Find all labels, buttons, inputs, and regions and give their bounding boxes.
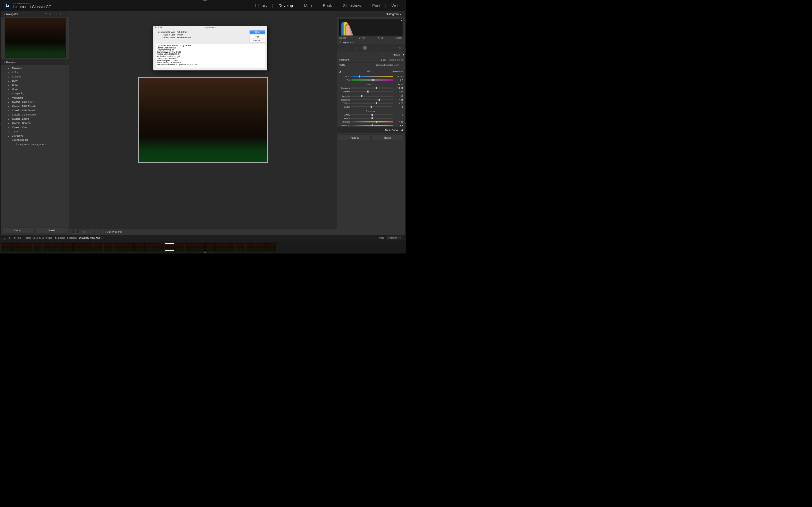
next-photo-icon[interactable]: ▶ [20, 236, 22, 239]
filter-lock-icon[interactable] [402, 237, 404, 239]
prev-photo-icon[interactable]: ◀ [17, 236, 18, 239]
preset-group[interactable]: Vignetting [1, 96, 69, 100]
filmstrip-thumb[interactable] [246, 243, 255, 251]
exposure-value[interactable]: + 0.93 [395, 87, 403, 89]
filmstrip-thumb[interactable] [94, 243, 103, 251]
vibrance-slider[interactable] [351, 121, 393, 122]
view-mode-toggle[interactable] [71, 230, 80, 233]
close-window-icon[interactable] [155, 26, 156, 28]
filmstrip-thumb[interactable] [256, 243, 266, 251]
preset-group[interactable]: Sharpening [1, 92, 69, 96]
filmstrip-thumb[interactable] [12, 243, 22, 251]
preset-group[interactable]: Classic - B&W Toned [1, 108, 69, 113]
filmstrip-thumb[interactable] [154, 243, 164, 251]
crop-tool-icon[interactable] [342, 46, 347, 50]
dialog-titlebar[interactable]: System Info [153, 25, 267, 29]
chevron-down-icon[interactable]: \u00f7 [63, 13, 67, 15]
filmstrip-thumb[interactable] [53, 243, 63, 251]
tone-curve-header[interactable]: Tone Curve ◀ [337, 127, 405, 133]
source-2[interactable]: 2 [7, 236, 11, 239]
dialog-copy-button[interactable]: Copy [250, 35, 265, 38]
dehaze-value[interactable]: 0 [395, 117, 403, 120]
histogram-header[interactable]: Histogram ▼ [337, 11, 405, 17]
eyedropper-icon[interactable] [339, 69, 343, 73]
spot-tool-icon[interactable] [353, 46, 357, 50]
module-map[interactable]: Map [304, 3, 312, 8]
preset-group[interactable]: Curve [1, 83, 69, 87]
filmstrip-thumb[interactable] [144, 243, 154, 251]
preset-item[interactable]: X-equals + LIDF - Agfa APX [1, 142, 69, 146]
filmstrip-thumb[interactable] [33, 243, 42, 251]
chevron-down-icon[interactable]: ▾ [101, 237, 102, 239]
preset-group-open[interactable]: 3 xEquals LIDF [1, 138, 69, 142]
reset-button[interactable]: Reset [371, 135, 404, 141]
module-slideshow[interactable]: Slideshow [343, 3, 361, 8]
view-options[interactable]: R|AY|Y▾ [82, 230, 100, 233]
profile-browser-icon[interactable] [400, 64, 403, 66]
filmstrip-thumb[interactable] [22, 243, 32, 251]
saturation-value[interactable]: + 2 [395, 124, 403, 127]
dialog-close-button[interactable]: Close [250, 31, 265, 34]
treatment-bw[interactable]: Black & White [389, 59, 403, 61]
preset-group[interactable]: Favorites [1, 66, 69, 70]
highlights-slider[interactable] [351, 96, 393, 97]
saturation-slider[interactable] [351, 125, 393, 126]
filmstrip-thumb[interactable] [124, 243, 134, 251]
filmstrip-thumb[interactable] [225, 243, 235, 251]
filmstrip-thumb[interactable] [236, 243, 245, 251]
preset-group[interactable]: 2 Creative [1, 134, 69, 138]
exposure-slider[interactable] [351, 87, 393, 89]
folder-name[interactable]: 2018-03-20 Tuscon [33, 237, 52, 239]
tone-auto-button[interactable]: Auto [398, 83, 403, 86]
whites-value[interactable]: + 20 [395, 102, 403, 105]
radial-tool-icon[interactable] [384, 46, 388, 50]
gradient-tool-icon[interactable] [373, 46, 378, 50]
preset-group[interactable]: Classic - B&W Filter [1, 100, 69, 104]
filmstrip-thumb[interactable] [73, 243, 83, 251]
contrast-value[interactable]: − 21 [395, 91, 403, 93]
nav-1to1[interactable]: 1:1 [54, 13, 57, 15]
tint-value[interactable]: + 7 [395, 79, 403, 81]
preset-group[interactable]: Grain [1, 87, 69, 92]
filmstrip-thumb[interactable] [63, 243, 73, 251]
source-1[interactable]: 1 [2, 236, 6, 239]
basic-header[interactable]: Basic ▼ [337, 52, 405, 57]
module-web[interactable]: Web [391, 3, 400, 8]
filmstrip-thumb[interactable] [2, 243, 12, 251]
preset-group[interactable]: Classic - Color Presets [1, 113, 69, 117]
dehaze-slider[interactable] [351, 118, 393, 119]
module-print[interactable]: Print [372, 3, 380, 8]
preset-group[interactable]: 1 Start [1, 129, 69, 134]
filmstrip-thumb[interactable] [134, 243, 144, 251]
treatment-color[interactable]: Color [381, 59, 386, 61]
whites-slider[interactable] [351, 103, 393, 104]
dialog-save-as-button[interactable]: Save As... [250, 39, 265, 43]
current-filename[interactable]: 20180320_0271.NEF [79, 237, 101, 239]
filmstrip-thumb[interactable] [175, 243, 185, 251]
blacks-slider[interactable] [351, 106, 393, 107]
shadows-slider[interactable] [351, 99, 393, 100]
nav-2to1[interactable]: 2:1 [58, 13, 61, 15]
preset-group[interactable]: B&W [1, 79, 69, 83]
copy-button[interactable]: Copy... [3, 227, 35, 233]
filmstrip-thumb[interactable] [104, 243, 113, 251]
profile-select[interactable]: Camera Standard \u00f7 [375, 64, 399, 66]
preset-group[interactable]: Creative [1, 75, 69, 79]
temp-slider[interactable] [351, 76, 393, 77]
histogram-graph[interactable]: ▲ ▲ [339, 19, 403, 36]
nav-fill[interactable]: FILL [49, 13, 53, 15]
module-book[interactable]: Book [323, 3, 332, 8]
paste-button[interactable]: Paste [36, 227, 68, 233]
system-info-text[interactable] [156, 44, 265, 68]
wb-mode-select[interactable]: Auto \u00f7 [393, 70, 403, 72]
filmstrip-thumb[interactable] [43, 243, 52, 251]
clarity-value[interactable]: 0 [395, 114, 403, 116]
shadows-value[interactable]: + 34 [395, 99, 403, 101]
preset-group[interactable]: Classic - Video [1, 125, 69, 129]
navigator-thumbnail[interactable] [5, 18, 66, 58]
soft-proofing-toggle[interactable]: Soft Proofing [103, 230, 121, 233]
zoom-window-icon[interactable] [160, 26, 162, 28]
blacks-value[interactable]: − 3 [395, 106, 403, 108]
filter-select[interactable]: Filters Off [387, 236, 401, 239]
clipping-indicator-left-icon[interactable]: ▲ [340, 19, 341, 21]
